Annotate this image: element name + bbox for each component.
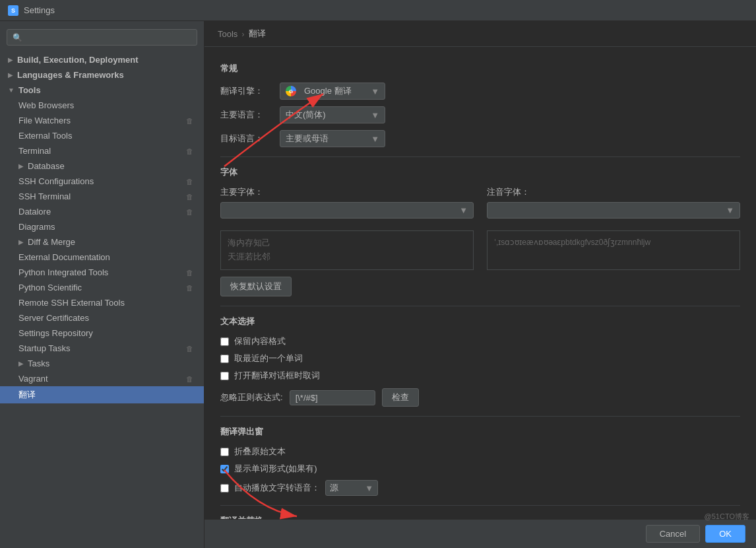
sidebar-item-diagrams[interactable]: Diagrams [0,219,204,234]
sidebar: 🔍 ▶ Build, Execution, Deployment ▶ Langu… [0,21,205,548]
sidebar-item-label: Diff & Merge [28,237,75,247]
sidebar-item-fanyi[interactable]: 翻译 [0,386,204,403]
sidebar-item-settings-repository[interactable]: Settings Repository [0,325,204,341]
show-word-form-checkbox[interactable] [220,465,229,473]
checkbox-open-dialog[interactable]: 打开翻译对话框时取词 [220,370,740,382]
font-section: 主要字体： ▼ 注音字体： ▼ [220,186,740,219]
checkbox-auto-audio[interactable]: 自动播放文字转语音： 源 ▼ [220,480,740,496]
primary-lang-label: 主要语言： [220,109,273,121]
section-divider [220,416,740,417]
fold-original-label: 折叠原始文本 [234,446,286,458]
sidebar-item-startup-tasks[interactable]: Startup Tasks 🗑 [0,341,204,356]
sidebar-item-ssh-terminal[interactable]: SSH Terminal 🗑 [0,189,204,204]
primary-lang-select[interactable]: 中文(简体) ▼ [280,106,385,123]
google-icon: G [286,86,296,96]
reset-icon: 🗑 [186,375,193,383]
sidebar-item-web-browsers[interactable]: Web Browsers [0,98,204,113]
nearest-word-checkbox[interactable] [220,355,229,363]
dropdown-arrow-icon: ▼ [371,134,379,144]
keep-format-checkbox[interactable] [220,337,229,346]
reset-defaults-button[interactable]: 恢复默认设置 [220,277,292,296]
reset-icon: 🗑 [186,208,193,216]
breadcrumb-current: 翻译 [249,28,266,40]
section-divider [220,156,740,157]
dropdown-arrow-icon: ▼ [726,205,734,215]
expand-arrow: ▶ [18,360,24,367]
sidebar-item-remote-ssh-external-tools[interactable]: Remote SSH External Tools [0,295,204,310]
sidebar-item-label: Database [28,161,65,171]
annotation-font-select[interactable]: ▼ [487,202,740,219]
sidebar-item-file-watchers[interactable]: File Watchers 🗑 [0,113,204,128]
footer-bar: Cancel OK [205,519,756,548]
primary-font-select[interactable]: ▼ [220,202,474,219]
sidebar-item-build[interactable]: ▶ Build, Execution, Deployment [0,52,204,67]
checkbox-show-word-form[interactable]: 显示单词形式(如果有) [220,463,740,475]
section-general-header: 常规 [220,63,740,75]
engine-row: 翻译引擎： G Google 翻译 ▼ [220,83,740,100]
sidebar-item-label: External Tools [18,131,72,141]
audio-source-select[interactable]: 源 ▼ [325,480,378,496]
target-lang-label: 目标语言： [220,133,273,145]
sidebar-item-label: Tasks [28,359,49,368]
breadcrumb: Tools › 翻译 [205,21,756,47]
annotation-font-col: 注音字体： ▼ [487,186,740,219]
right-panel: Tools › 翻译 常规 翻译引擎： G Google 翻译 ▼ 主要语言： [205,21,756,545]
checkbox-nearest-word[interactable]: 取最近的一个单词 [220,353,740,364]
search-box[interactable]: 🔍 [7,29,197,46]
fold-original-checkbox[interactable] [220,448,229,456]
sidebar-item-label: 翻译 [18,389,36,401]
auto-audio-checkbox[interactable] [220,484,229,493]
sidebar-item-python-scientific[interactable]: Python Scientific 🗑 [0,280,204,295]
expand-arrow: ▶ [18,238,24,246]
sidebar-item-vagrant[interactable]: Vagrant 🗑 [0,371,204,386]
reset-icon: 🗑 [186,269,193,277]
reset-icon: 🗑 [186,178,193,186]
sidebar-item-server-certificates[interactable]: Server Certificates [0,310,204,325]
sidebar-item-label: Startup Tasks [18,343,71,353]
sidebar-item-datalore[interactable]: Datalore 🗑 [0,204,204,219]
cancel-button[interactable]: Cancel [646,525,700,543]
sidebar-item-terminal[interactable]: Terminal 🗑 [0,143,204,158]
engine-select[interactable]: G Google 翻译 ▼ [280,83,385,100]
ph-preview-text: ˈ,ɪsɑɔʊɪeæʌɒʊəaɛpbtdkgfvsz0ðʃʒrzmnnħljw [494,236,733,249]
sidebar-item-tools[interactable]: ▼ Tools [0,83,204,98]
target-lang-select[interactable]: 主要或母语 ▼ [280,130,385,147]
titlebar-title: Settings [24,5,55,15]
sidebar-item-tasks[interactable]: ▶ Tasks [0,356,204,371]
ok-button[interactable]: OK [705,525,745,543]
sidebar-item-label: Python Scientific [18,283,82,292]
check-button[interactable]: 检查 [382,388,419,407]
sidebar-item-languages[interactable]: ▶ Languages & Frameworks [0,67,204,83]
sidebar-item-label: Build, Execution, Deployment [17,55,138,65]
primary-font-label: 主要字体： [220,186,474,198]
breadcrumb-separator: › [241,29,244,39]
sidebar-item-ssh-configurations[interactable]: SSH Configurations 🗑 [0,174,204,189]
sidebar-item-external-tools[interactable]: External Tools [0,128,204,143]
sidebar-item-label: SSH Configurations [18,176,94,186]
checkbox-keep-format[interactable]: 保留内容格式 [220,335,740,347]
sidebar-item-label: Diagrams [18,222,55,232]
cn-preview-box: 海内存知己天涯若比邻 [220,230,474,270]
sidebar-item-label: Tools [18,85,41,95]
section-popup-header: 翻译弹出窗 [220,426,740,438]
reset-icon: 🗑 [186,117,193,125]
sidebar-item-label: Python Integrated Tools [18,267,108,277]
dropdown-arrow-icon: ▼ [371,86,379,96]
ignore-regex-input[interactable] [290,390,375,405]
auto-audio-label: 自动播放文字转语音： [234,482,320,494]
open-dialog-checkbox[interactable] [220,372,229,380]
sidebar-item-diff-merge[interactable]: ▶ Diff & Merge [0,234,204,250]
sidebar-item-external-documentation[interactable]: External Documentation [0,250,204,265]
search-input[interactable] [26,32,191,42]
expand-arrow: ▶ [8,71,13,79]
sidebar-item-label: Terminal [18,146,51,156]
sidebar-item-label: Web Browsers [18,100,74,110]
sidebar-item-label: Remote SSH External Tools [18,298,125,308]
sidebar-item-label: Datalore [18,207,51,217]
app-icon: S [8,5,18,16]
right-panel-wrapper: Tools › 翻译 常规 翻译引擎： G Google 翻译 ▼ 主要语言： [205,21,756,548]
sidebar-item-python-integrated-tools[interactable]: Python Integrated Tools 🗑 [0,265,204,280]
primary-font-col: 主要字体： ▼ [220,186,474,219]
checkbox-fold-original[interactable]: 折叠原始文本 [220,446,740,458]
sidebar-item-database[interactable]: ▶ Database [0,158,204,174]
